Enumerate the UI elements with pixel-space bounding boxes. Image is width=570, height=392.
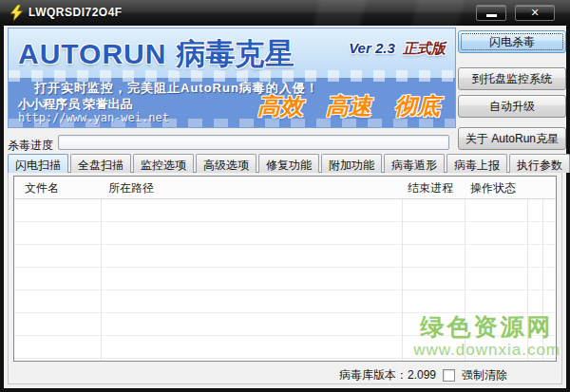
column-header-kill-process[interactable]: 结束进程 bbox=[402, 177, 465, 198]
logo-text-en: AUTORUN bbox=[18, 38, 166, 70]
about-button[interactable]: 关于 AutoRun克星 bbox=[458, 127, 566, 150]
column-header-filename[interactable]: 文件名 bbox=[14, 177, 101, 198]
slogan: 高效 bbox=[257, 91, 303, 121]
table-row bbox=[14, 336, 556, 359]
statusbar: 病毒库版本：2.099 强制清除 bbox=[8, 364, 562, 385]
slogan-group: 高效 高速 彻底 bbox=[257, 91, 440, 121]
tab-strip: 闪电扫描 全盘扫描 监控选项 高级选项 修复功能 附加功能 病毒遁形 病毒上报 … bbox=[8, 154, 570, 173]
scan-progress-bar bbox=[58, 135, 449, 150]
force-clean-label[interactable]: 强制清除 bbox=[462, 367, 507, 383]
website-link[interactable]: http://www.yan-wei.net bbox=[18, 111, 169, 124]
column-header-status[interactable]: 操作状态 bbox=[465, 177, 527, 198]
column-divider bbox=[465, 177, 466, 361]
scan-result-table: 文件名 所在路径 结束进程 操作状态 bbox=[13, 176, 557, 362]
tab-full-scan[interactable]: 全盘扫描 bbox=[70, 154, 131, 173]
slogan: 高速 bbox=[326, 91, 371, 121]
column-divider bbox=[527, 177, 528, 361]
tab-exec-params[interactable]: 执行参数 bbox=[509, 154, 570, 173]
tab-virus-stealth[interactable]: 病毒遁形 bbox=[384, 154, 445, 173]
minimize-button[interactable] bbox=[476, 5, 506, 21]
slogan: 彻底 bbox=[394, 91, 440, 121]
window-title: LWQRSDI72O4F bbox=[28, 6, 123, 19]
virus-db-version-label: 病毒库版本：2.099 bbox=[339, 367, 436, 383]
titlebar: LWQRSDI72O4F ✕ bbox=[0, 0, 570, 26]
app-logo: AUTORUN 病毒克星 bbox=[18, 34, 294, 74]
banner: AUTORUN 病毒克星 Ver 2.3 正式版 打开实时监控，完美阻止Auto… bbox=[8, 28, 456, 128]
table-row bbox=[14, 313, 556, 336]
force-clean-checkbox[interactable] bbox=[443, 369, 455, 382]
tab-advanced-options[interactable]: 高级选项 bbox=[196, 154, 256, 173]
tab-extra-functions[interactable]: 附加功能 bbox=[321, 154, 382, 173]
minimize-icon bbox=[486, 14, 497, 17]
tab-repair[interactable]: 修复功能 bbox=[258, 154, 319, 173]
lightning-icon bbox=[10, 5, 24, 21]
table-row bbox=[14, 268, 556, 290]
close-icon: ✕ bbox=[516, 7, 554, 19]
client-area: AUTORUN 病毒克星 Ver 2.3 正式版 打开实时监控，完美阻止Auto… bbox=[4, 26, 566, 388]
tab-virus-report[interactable]: 病毒上报 bbox=[446, 154, 507, 173]
logo-text-cn: 病毒克星 bbox=[176, 34, 294, 74]
tray-monitor-button[interactable]: 到托盘监控系统 bbox=[458, 67, 566, 90]
table-row bbox=[14, 290, 556, 313]
version-label: Ver 2.3 正式版 bbox=[349, 40, 446, 58]
tab-monitor-options[interactable]: 监控选项 bbox=[133, 154, 194, 173]
column-header-path[interactable]: 所在路径 bbox=[101, 177, 402, 198]
close-button[interactable]: ✕ bbox=[515, 5, 555, 21]
column-divider bbox=[101, 177, 102, 361]
column-divider bbox=[402, 177, 403, 361]
flash-scan-button[interactable]: 闪电杀毒 bbox=[458, 30, 566, 53]
auto-update-button[interactable]: 自动升级 bbox=[458, 95, 566, 118]
table-row bbox=[14, 222, 556, 245]
column-divider bbox=[542, 177, 543, 361]
edition-label: 正式版 bbox=[403, 40, 446, 56]
progress-label: 杀毒进度 bbox=[8, 138, 53, 154]
version-number: Ver 2.3 bbox=[349, 40, 395, 56]
table-row bbox=[14, 199, 556, 222]
app-window: LWQRSDI72O4F ✕ AUTORUN 病毒克星 Ver 2.3 正式版 … bbox=[0, 0, 570, 392]
table-row bbox=[14, 245, 556, 268]
tab-flash-scan[interactable]: 闪电扫描 bbox=[8, 154, 68, 173]
table-header: 文件名 所在路径 结束进程 操作状态 bbox=[14, 177, 556, 199]
